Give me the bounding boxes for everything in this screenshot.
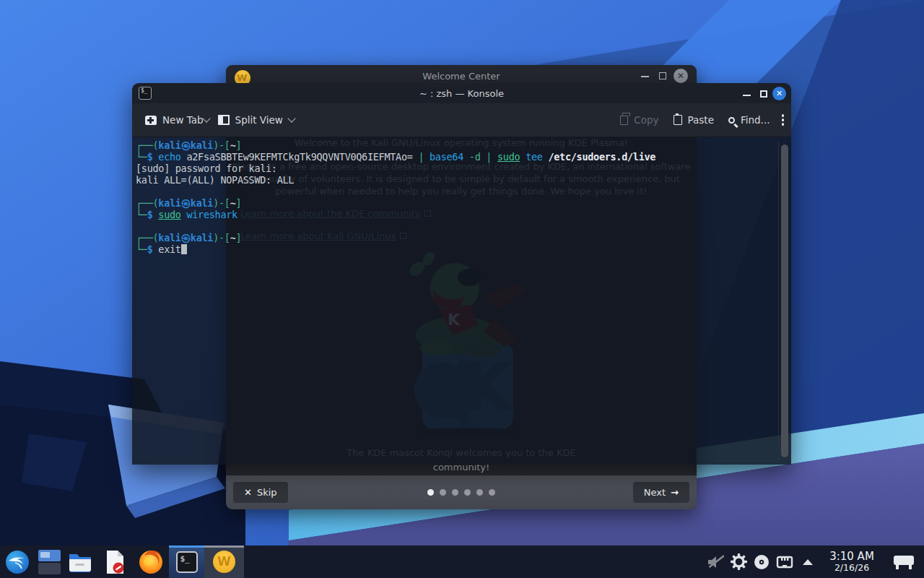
file-manager-button[interactable] bbox=[64, 545, 97, 578]
arrow-right-icon: → bbox=[671, 487, 679, 498]
welcome-footer-bar: ✕ Skip Next → bbox=[226, 475, 697, 509]
virtual-desktop-pager[interactable] bbox=[35, 545, 64, 578]
new-tab-icon bbox=[145, 116, 157, 125]
terminal-line bbox=[136, 220, 655, 232]
page-dot[interactable] bbox=[440, 489, 446, 496]
konsole-window: $_ ~ : zsh — Konsole ✕ New Tab Split Vie… bbox=[132, 83, 791, 465]
konsole-close-button[interactable]: ✕ bbox=[772, 87, 786, 100]
page-dot[interactable] bbox=[464, 489, 471, 496]
folder-icon bbox=[68, 551, 92, 573]
find-button[interactable]: Find... bbox=[721, 114, 777, 126]
copy-button[interactable]: Copy bbox=[613, 114, 666, 126]
optical-disc-icon[interactable] bbox=[754, 554, 770, 570]
paste-icon bbox=[674, 115, 682, 125]
welcome-center-task-icon: W bbox=[213, 551, 235, 573]
terminal-line: kali ALL=(ALL) NOPASSWD: ALL bbox=[136, 174, 655, 186]
hamburger-menu-button[interactable] bbox=[777, 114, 789, 126]
clock-time: 3:10 AM bbox=[825, 551, 879, 563]
taskbar-item-konsole[interactable]: $_ bbox=[169, 545, 204, 578]
document-icon bbox=[104, 550, 126, 574]
terminal-line: ┌──(kali㉿kali)-[~] bbox=[136, 197, 655, 209]
scrollbar-separator bbox=[778, 142, 779, 460]
terminal-line: └─$ echo a2FsaSBBTEw9KEFMTCkgTk9QQVNTV0Q… bbox=[136, 151, 655, 163]
search-icon bbox=[728, 117, 735, 124]
terminal-line: ┌──(kali㉿kali)-[~] bbox=[136, 139, 655, 151]
welcome-minimize-button[interactable] bbox=[641, 76, 649, 77]
taskbar: $_ W bbox=[0, 545, 924, 578]
desktop: W Welcome Center ✕ Welcome to the Kali G… bbox=[0, 0, 924, 578]
pager-icon bbox=[38, 550, 61, 574]
welcome-maximize-button[interactable] bbox=[659, 72, 666, 79]
page-dot[interactable] bbox=[476, 489, 483, 496]
split-view-button[interactable]: Split View bbox=[211, 114, 302, 126]
terminal-scrollbar[interactable] bbox=[781, 143, 788, 459]
text-editor-button[interactable] bbox=[97, 545, 133, 578]
chevron-down-icon bbox=[287, 114, 295, 122]
terminal-area[interactable]: ┌──(kali㉿kali)-[~]└─$ echo a2FsaSBBTEw9K… bbox=[132, 137, 791, 465]
clock-date: 2/16/26 bbox=[825, 563, 879, 573]
konsole-maximize-button[interactable] bbox=[760, 90, 767, 98]
firefox-icon bbox=[139, 550, 163, 574]
terminal-line: [sudo] password for kali: bbox=[136, 163, 655, 174]
app-launcher-button[interactable] bbox=[0, 545, 35, 578]
expand-tray-icon[interactable] bbox=[803, 559, 813, 565]
welcome-close-button[interactable]: ✕ bbox=[674, 69, 688, 83]
network-ethernet-icon[interactable] bbox=[776, 555, 793, 569]
konsole-toolbar: New Tab Split View Copy Paste bbox=[132, 103, 791, 137]
terminal-line: ┌──(kali㉿kali)-[~] bbox=[136, 232, 655, 243]
terminal-line: └─$ sudo wireshark bbox=[136, 209, 655, 220]
scrollbar-thumb[interactable] bbox=[781, 144, 788, 457]
konsole-titlebar[interactable]: $_ ~ : zsh — Konsole ✕ bbox=[132, 83, 791, 103]
firefox-button[interactable] bbox=[133, 545, 169, 578]
page-dot[interactable] bbox=[489, 489, 495, 496]
split-view-icon bbox=[218, 115, 230, 125]
show-desktop-button[interactable] bbox=[894, 554, 914, 570]
page-dot[interactable] bbox=[427, 489, 434, 496]
system-tray: 3:10 AM 2/16/26 bbox=[707, 551, 924, 574]
page-dot[interactable] bbox=[452, 489, 458, 496]
welcome-window-title: Welcome Center bbox=[226, 71, 697, 82]
muted-volume-icon[interactable] bbox=[707, 554, 724, 570]
terminal-line: └─$ exit bbox=[136, 243, 655, 255]
chevron-down-icon bbox=[202, 114, 210, 122]
terminal-line bbox=[136, 186, 655, 197]
next-button[interactable]: Next → bbox=[633, 482, 689, 503]
terminal-text: ┌──(kali㉿kali)-[~]└─$ echo a2FsaSBBTEw9K… bbox=[136, 139, 655, 255]
taskbar-item-welcome-center[interactable]: W bbox=[204, 545, 244, 578]
settings-gear-icon[interactable] bbox=[731, 553, 747, 570]
paste-button[interactable]: Paste bbox=[666, 114, 721, 126]
copy-icon bbox=[620, 116, 628, 125]
konsole-task-icon: $_ bbox=[176, 551, 198, 573]
new-tab-button[interactable]: New Tab bbox=[138, 114, 211, 126]
konsole-window-title: ~ : zsh — Konsole bbox=[132, 88, 791, 99]
page-indicator-dots bbox=[226, 489, 697, 496]
kali-menu-icon bbox=[5, 550, 30, 574]
terminal-cursor bbox=[181, 244, 187, 254]
clock[interactable]: 3:10 AM 2/16/26 bbox=[825, 551, 879, 574]
konsole-minimize-button[interactable] bbox=[743, 95, 751, 96]
